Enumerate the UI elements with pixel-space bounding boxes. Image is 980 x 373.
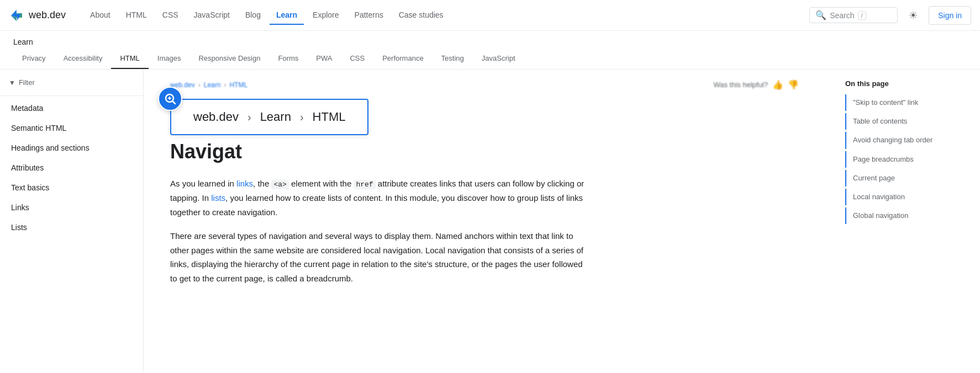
search-placeholder: Search xyxy=(830,11,854,20)
popup-bc-html: HTML xyxy=(313,110,346,124)
on-page-toc[interactable]: Table of contents xyxy=(845,113,971,130)
tab-forms[interactable]: Forms xyxy=(269,49,307,69)
nav-html[interactable]: HTML xyxy=(119,6,154,25)
sidebar-item-text-basics[interactable]: Text basics xyxy=(0,178,143,198)
sidebar-item-lists[interactable]: Lists xyxy=(0,217,143,237)
popup-sep-1: › xyxy=(247,111,251,124)
tab-performance[interactable]: Performance xyxy=(373,49,432,69)
zoom-container: web.dev › Learn › HTML xyxy=(170,99,368,135)
search-slash: / xyxy=(858,11,866,20)
a-element-code: <a> xyxy=(271,180,288,189)
nav-learn[interactable]: Learn xyxy=(270,6,304,25)
nav-links: About HTML CSS JavaScript Blog Learn Exp… xyxy=(83,6,809,25)
tab-privacy[interactable]: Privacy xyxy=(13,49,55,69)
filter-arrow-icon: ▼ xyxy=(9,79,15,87)
on-page-global-nav[interactable]: Global navigation xyxy=(845,207,971,224)
bc-sep-1: › xyxy=(198,81,201,89)
bc-html[interactable]: HTML xyxy=(229,81,247,89)
bc-sep-2: › xyxy=(224,81,226,89)
popup-bc-webdev: web.dev xyxy=(193,110,239,124)
thumbs-up-button[interactable]: 👍 xyxy=(772,79,783,90)
popup-bc-learn: Learn xyxy=(260,110,291,124)
sidebar-item-links[interactable]: Links xyxy=(0,198,143,217)
svg-line-3 xyxy=(173,102,176,104)
top-navigation: web.dev About HTML CSS JavaScript Blog L… xyxy=(0,0,980,31)
nav-about[interactable]: About xyxy=(83,6,117,25)
popup-sep-2: › xyxy=(300,111,304,124)
tab-testing[interactable]: Testing xyxy=(433,49,473,69)
sign-in-button[interactable]: Sign in xyxy=(929,6,971,25)
search-bar[interactable]: 🔍 Search / xyxy=(809,7,898,23)
theme-toggle-button[interactable]: ☀ xyxy=(904,7,922,24)
page-title: Navigat xyxy=(170,140,799,163)
breadcrumb-row: web.dev › Learn › HTML Was this helpful?… xyxy=(170,79,799,90)
on-this-page-title: On this page xyxy=(845,79,971,88)
href-code: href xyxy=(354,180,375,189)
page-wrapper: ▼ Filter Metadata Semantic HTML Headings… xyxy=(0,66,980,322)
lists-link[interactable]: lists xyxy=(211,193,225,203)
tab-javascript[interactable]: JavaScript xyxy=(473,49,524,69)
tab-accessibility[interactable]: Accessibility xyxy=(55,49,112,69)
helpful-text: Was this helpful? xyxy=(713,81,768,89)
breadcrumb-small: web.dev › Learn › HTML xyxy=(170,81,247,89)
on-page-skip-link[interactable]: "Skip to content" link xyxy=(845,94,971,111)
left-sidebar: ▼ Filter Metadata Semantic HTML Headings… xyxy=(0,66,144,322)
nav-javascript[interactable]: JavaScript xyxy=(187,6,236,25)
content-para-1: As you learned in links, the <a> element… xyxy=(170,177,590,219)
magnifier-svg xyxy=(164,92,177,105)
thumbs-down-button[interactable]: 👎 xyxy=(788,79,799,90)
nav-explore[interactable]: Explore xyxy=(306,6,345,25)
nav-case-studies[interactable]: Case studies xyxy=(392,6,450,25)
main-content: web.dev › Learn › HTML Was this helpful?… xyxy=(144,66,825,322)
filter-label: Filter xyxy=(19,78,35,87)
breadcrumb-popup: web.dev › Learn › HTML xyxy=(170,99,368,135)
content-para-2: There are several types of navigation an… xyxy=(170,229,590,285)
sidebar-item-semantic-html[interactable]: Semantic HTML xyxy=(0,118,143,138)
sidebar-item-headings[interactable]: Headings and sections xyxy=(0,138,143,158)
on-page-breadcrumbs[interactable]: Page breadcrumbs xyxy=(845,151,971,168)
sidebar-divider xyxy=(0,95,143,96)
on-page-local-nav[interactable]: Local navigation xyxy=(845,189,971,205)
bc-learn[interactable]: Learn xyxy=(204,81,221,89)
nav-blog[interactable]: Blog xyxy=(239,6,267,25)
search-icon: 🔍 xyxy=(815,10,826,20)
secondary-navigation: Learn Privacy Accessibility HTML Images … xyxy=(0,31,980,70)
nav-css[interactable]: CSS xyxy=(156,6,185,25)
zoom-magnifier-icon xyxy=(158,87,182,111)
tab-css[interactable]: CSS xyxy=(341,49,373,69)
filter-row[interactable]: ▼ Filter xyxy=(0,75,143,93)
on-page-current[interactable]: Current page xyxy=(845,170,971,186)
tab-responsive-design[interactable]: Responsive Design xyxy=(189,49,269,69)
logo-icon xyxy=(9,8,24,23)
links-link[interactable]: links xyxy=(236,179,253,188)
tab-html[interactable]: HTML xyxy=(111,49,148,69)
helpful-row: Was this helpful? 👍 👎 xyxy=(713,79,799,90)
nav-patterns[interactable]: Patterns xyxy=(348,6,390,25)
logo[interactable]: web.dev xyxy=(9,8,66,23)
nav-right: 🔍 Search / ☀ Sign in xyxy=(809,6,971,25)
sub-nav-tabs: Privacy Accessibility HTML Images Respon… xyxy=(13,49,967,69)
right-sidebar: On this page "Skip to content" link Tabl… xyxy=(836,66,980,322)
learn-section-label: Learn xyxy=(13,31,967,49)
logo-text: web.dev xyxy=(29,9,66,21)
on-page-avoid-tab[interactable]: Avoid changing tab order xyxy=(845,132,971,148)
tab-images[interactable]: Images xyxy=(149,49,190,69)
tab-pwa[interactable]: PWA xyxy=(307,49,341,69)
sidebar-item-metadata[interactable]: Metadata xyxy=(0,98,143,118)
sidebar-item-attributes[interactable]: Attributes xyxy=(0,158,143,178)
